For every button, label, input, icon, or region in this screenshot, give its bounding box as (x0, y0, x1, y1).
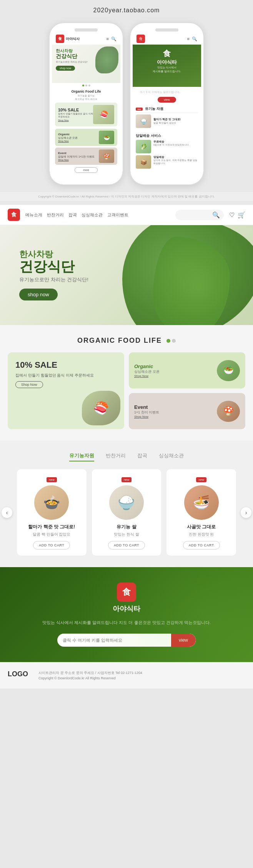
phone2-search-icon[interactable]: 🔍 (192, 37, 197, 41)
nav-link-side[interactable]: 반찬거리 (47, 212, 64, 218)
desktop-ofl-event-image: 🍄 (217, 401, 240, 422)
desktop-ofl-event-card: Event 1+1 찬이 이벤트 Shop Now 🍄 (129, 393, 245, 429)
desktop-heart-icon[interactable]: ♡ (229, 211, 235, 219)
desktop-ofl-dots (166, 339, 176, 343)
phone1-sale-shop-btn[interactable]: Shop Now (58, 119, 93, 121)
desktop-nav-links: 메뉴소개 반찬거리 잡곡 싱싱채소관 고객이벤트 (25, 212, 170, 218)
phone2-free-delivery-info: 무료배송 0원으로 이 이유의차 만있하되니다. (153, 140, 198, 147)
phone2-delivery-item-1: 🥬 무료배송 0원으로 이 이유의차 만있하되니다. (136, 140, 198, 153)
desktop-product-1-add-to-cart[interactable]: ADD TO CART (33, 541, 70, 549)
desktop-ofl-title: ORGANIC FOOD LIFE (77, 337, 162, 345)
desktop-product-1-sub: 달콤 핵 만들어 잡았요 (23, 532, 80, 537)
phone1-dot-3 (88, 85, 90, 86)
desktop-product-card-1: new 🍲 할마가 핵준 맛 그대로! 달콤 핵 만들어 잡았요 ADD TO … (17, 469, 87, 556)
phone2-delivery-item-2: 📦 당일배송 당이에 오는 동네, 어제 주문했는 특별 당일 배송됩니다. (136, 155, 198, 169)
desktop-product-2-badge: new (122, 477, 132, 482)
phone2-view-button[interactable]: view (158, 97, 176, 103)
phone2-same-day-delivery-image: 📦 (136, 155, 151, 169)
phone2-product-title: 할마가 핵준 맛 그대로! (153, 118, 198, 121)
desktop-footer-bottom-text: 사이트관리자 문 주소로 문의 주세요 / 사업자번호 Tel 02-1271-… (38, 670, 142, 681)
phone2-delivery-section: 당일배송 서비스 🥬 무료배송 0원으로 이 이유의차 만있하되니다. 📦 당일… (133, 132, 201, 172)
nav-link-veg[interactable]: 싱싱채소관 (82, 212, 103, 218)
nav-link-event[interactable]: 고객이벤트 (107, 212, 128, 218)
phone2-search-bar[interactable]: 크기 3 이 이하에는 알려드립니다. (136, 89, 197, 95)
desktop-product-card-3: new 🍜 사골맛 그대로 진한 된장맛 된 ADD TO CART (166, 469, 236, 556)
desktop-ofl-sale-card: 10% SALE 집에서 만들기 힘들었던 음식 이제 주문하세요 Shop N… (8, 352, 124, 429)
desktop-product-card-2: new 🍚 유기농 쌀 맛있는 한식 쌀 ADD TO CART (92, 469, 161, 556)
desktop-cart-icon[interactable]: 🛒 (238, 211, 245, 219)
phone2-banner-subtitle2: 제시화를 알려드립니다. (136, 70, 197, 73)
desktop-nav: 食 메뉴소개 반찬거리 잡곡 싱싱채소관 고객이벤트 🔍 ♡ 🛒 (0, 205, 253, 225)
phone2-notch (155, 28, 178, 32)
desktop-nav-search[interactable]: 🔍 (175, 210, 224, 220)
desktop-product-2-add-to-cart[interactable]: ADD TO CART (108, 541, 145, 549)
desktop-hero-subtitle: 유기농으로만 차리는 건강식단! (19, 276, 88, 283)
phone1-carousel-dots (52, 83, 120, 88)
phone1-more-button[interactable]: more (75, 167, 98, 173)
phone1-banner-leaf-decoration (95, 46, 118, 73)
phone1-logo-text: 아야식사 (66, 37, 80, 41)
phone2-product-row: 🍚 할마가 핵준 맛 그대로! 달콤 핵 만들어 잡았요 (136, 115, 198, 128)
desktop-tab-organic[interactable]: 유기농자원 (69, 452, 94, 461)
desktop-ofl-event-sub: 1+1 찬이 이벤트 (134, 410, 159, 415)
phone2-product-info: 할마가 핵준 맛 그대로! 달콤 핵 만들어 잡았요 (153, 118, 198, 125)
desktop-tab-veg[interactable]: 싱싱채소관 (159, 452, 184, 461)
phone1-organic-text: Organic 싱싱채소관 오픈 Shop Now (58, 133, 78, 142)
desktop-ofl-organic-card: Organic 싱싱채소관 오픈 Shop Now 🥗 (129, 352, 245, 388)
phone2-menu-icon[interactable]: ≡ (187, 37, 190, 41)
desktop-ofl-sale-pct: 10% SALE (15, 360, 117, 370)
phone1-section-sub: 유기농을 즐기는최고의냥 푸드 라이프 (52, 94, 120, 103)
phone1-search-icon[interactable]: 🔍 (111, 37, 117, 41)
desktop-ofl-header: ORGANIC FOOD LIFE (8, 337, 245, 345)
desktop-tab-side[interactable]: 반찬거리 (106, 452, 126, 461)
desktop-hero-banner: 한사차랑 건강식단 유기농으로만 차리는 건강식단! shop now (0, 225, 253, 325)
desktop-footer-bottom-text1: 사이트관리자 문 주소로 문의 주세요 / 사업자번호 Tel 02-1271-… (38, 670, 142, 675)
desktop-search-icon[interactable]: 🔍 (212, 211, 220, 219)
desktop-product-2-sub: 맛있는 한식 쌀 (98, 532, 155, 537)
desktop-ofl-event-shop-btn[interactable]: Shop Now (134, 415, 159, 418)
desktop-ofl-dot-2[interactable] (172, 339, 176, 343)
desktop-products-prev-arrow[interactable]: ‹ (2, 507, 12, 518)
desktop-ofl-organic-shop-btn[interactable]: Shop Now (134, 374, 160, 378)
desktop-footer-bg-decoration (0, 567, 253, 662)
desktop-products-next-arrow[interactable]: › (241, 507, 251, 518)
desktop-product-2-title: 유기농 쌀 (98, 524, 155, 530)
phone1-shop-now-button[interactable]: shop now (56, 66, 75, 71)
desktop-ofl-organic-image: 🥗 (217, 360, 240, 381)
desktop-hero-text1: 한사차랑 (19, 250, 88, 259)
desktop-footer-bottom-logo: LOGO (8, 670, 31, 678)
desktop-footer-bottom-text2: Copyright © DownlordCode.kr All Rights R… (38, 675, 142, 681)
phone1-header-icons: ≡ 🔍 (107, 37, 117, 41)
nav-link-grain[interactable]: 잡곡 (68, 212, 77, 218)
phone1-event-shop-btn[interactable]: Shop Now (58, 159, 95, 161)
desktop-tab-grain[interactable]: 잡곡 (137, 452, 147, 461)
phone1-sale-image: 🍣 (93, 105, 114, 124)
phone2-same-day-delivery-title: 당일배송 (153, 155, 198, 159)
desktop-product-3-badge: new (196, 477, 206, 482)
phone1-menu-icon[interactable]: ≡ (107, 37, 109, 41)
desktop-product-3-add-to-cart[interactable]: ADD TO CART (183, 541, 220, 549)
desktop-ofl-event-title: Event (134, 404, 159, 410)
phone1-organic-shop-btn[interactable]: Shop Now (58, 140, 78, 142)
desktop-ofl-dot-1[interactable] (166, 339, 170, 343)
phone1-event-label: Event (58, 151, 95, 155)
phone2-same-day-delivery-info: 당일배송 당이에 오는 동네, 어제 주문했는 특별 당일 배송됩니다. (153, 155, 198, 165)
site-url: 2020year.taobao.com (0, 0, 253, 19)
nav-link-menu[interactable]: 메뉴소개 (25, 212, 42, 218)
desktop-hero-shop-now-button[interactable]: shop now (19, 289, 58, 300)
phone1-banner: 한사차랑 건강식단 유기농으로만 차리는 건강식단! shop now (52, 45, 120, 83)
desktop-ofl-grid: 10% SALE 집에서 만들기 힘들었던 음식 이제 주문하세요 Shop N… (8, 352, 245, 429)
desktop-ofl-sale-shop-btn[interactable]: Shop Now (15, 381, 43, 388)
phone2-header: 食 ≡ 🔍 (133, 33, 201, 45)
desktop-ofl-organic-title: Organic (134, 363, 160, 369)
desktop-products-carousel: ‹ new 🍲 할마가 핵준 맛 그대로! 달콤 핵 만들어 잡았요 ADD T… (8, 469, 245, 556)
desktop-search-input[interactable] (179, 212, 210, 217)
phone2-organic-section: new 유기농 자원 🍚 할마가 핵준 맛 그대로! 달콤 핵 만들어 잡았요 (133, 105, 201, 132)
phone2-free-delivery-sub: 0원으로 이 이유의차 만있하되니다. (153, 144, 198, 147)
phone1-sale-desc: 집에서 만들기 힘들었던 음식 이제 주문하세요 (58, 112, 93, 119)
phone1-event-card: Event 잡일에 이제까지 1+1찬 이벤트 Shop Now 🍄 (55, 148, 117, 165)
phone2-banner-subtitle1: 맛있는 식사에서 (136, 66, 197, 70)
phone2-organic-section-title: 유기농 자원 (145, 107, 163, 111)
phone2-header-icons: ≡ 🔍 (187, 37, 197, 41)
desktop-nav-logo: 食 (8, 209, 20, 221)
